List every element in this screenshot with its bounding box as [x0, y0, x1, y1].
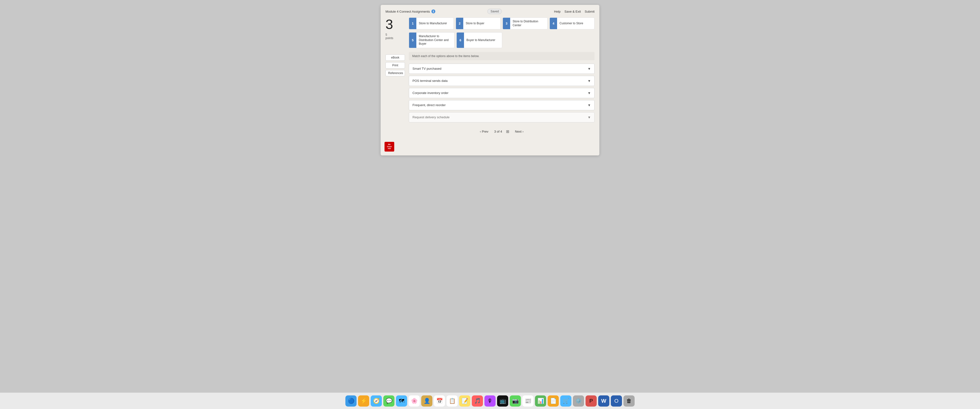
- total-pages: 4: [500, 130, 502, 133]
- podcasts-icon[interactable]: 🎙: [484, 395, 496, 407]
- appstore-icon[interactable]: 🛒: [560, 395, 571, 407]
- option-text-3: Store to Distribution Center: [510, 18, 547, 29]
- option-card-5: 5 Manufacturer to Distribution Center an…: [409, 32, 455, 48]
- option-card-3: 3 Store to Distribution Center: [503, 17, 547, 29]
- maps-icon[interactable]: 🗺: [396, 395, 407, 407]
- dropdown-label-4: Frequent, direct reorder: [412, 103, 446, 107]
- grid-icon[interactable]: ⊞: [506, 129, 509, 134]
- prev-button[interactable]: ‹ Prev: [478, 129, 490, 134]
- option-number-5: 5: [409, 33, 416, 48]
- options-grid-row2: 5 Manufacturer to Distribution Center an…: [409, 32, 595, 48]
- content-area: 3 5 points eBook Print References 1 Stor…: [385, 17, 595, 137]
- music-icon[interactable]: 🎵: [472, 395, 483, 407]
- left-panel: 3 5 points eBook Print References: [385, 17, 405, 137]
- top-actions: Help Save & Exit Submit: [554, 10, 595, 13]
- dropdown-frequent-reorder[interactable]: Frequent, direct reorder ▼: [409, 100, 595, 110]
- option-card-4: 4 Customer to Store: [550, 17, 595, 29]
- info-icon[interactable]: ℹ: [431, 10, 435, 13]
- ebook-button[interactable]: eBook: [385, 54, 405, 61]
- points-text: points: [385, 36, 393, 40]
- option-number-6: 6: [457, 33, 464, 48]
- messages-icon[interactable]: 💬: [383, 395, 395, 407]
- options-grid: 1 Store to Manufacturer 2 Store to Buyer…: [409, 17, 595, 29]
- dropdown-pos-terminal[interactable]: POS terminal sends data ▼: [409, 76, 595, 86]
- dropdown-smart-tv[interactable]: Smart TV purchased ▼: [409, 63, 595, 74]
- option-text-1: Store to Manufacturer: [416, 18, 449, 29]
- option-card-6: 6 Buyer to Manufacturer: [457, 32, 502, 48]
- pagination-bar: ‹ Prev 3 of 4 ⊞ Next ›: [409, 126, 595, 137]
- module-title-area: Module 4 Connect Assignments ℹ: [385, 10, 435, 13]
- option-number-3: 3: [503, 18, 510, 29]
- dropdown-arrow-1: ▼: [587, 67, 591, 71]
- current-page: 3: [494, 130, 496, 133]
- option-number-4: 4: [550, 18, 557, 29]
- module-title-text: Module 4 Connect Assignments: [385, 10, 430, 13]
- references-button[interactable]: References: [385, 70, 405, 76]
- mcgraw-hill-logo: Mc Graw Hill: [385, 142, 394, 152]
- prev-arrow-icon: ‹: [480, 130, 481, 133]
- next-button[interactable]: Next ›: [513, 129, 525, 134]
- calendar-icon[interactable]: 📅: [434, 395, 445, 407]
- of-label: of: [497, 130, 500, 133]
- dropdown-label-3: Corporate inventory order: [412, 91, 449, 95]
- powerpoint-icon[interactable]: P: [585, 395, 597, 407]
- dropdown-label-5: Request delivery schedule: [412, 116, 449, 119]
- page-info: 3 of 4: [494, 130, 502, 133]
- mac-dock: 🔵 ⚡ 🧭 💬 🗺 🌸 👤 📅 📋 📝 🎵 🎙 📺 📷 📰 📊 📄 🛒 ⚙️ P…: [0, 393, 980, 409]
- dropdown-label-2: POS terminal sends data: [412, 79, 448, 82]
- side-buttons: eBook Print References: [385, 54, 405, 76]
- option-number-2: 2: [456, 18, 463, 29]
- dropdown-arrow-5: ▼: [587, 116, 591, 119]
- dropdown-arrow-4: ▼: [587, 103, 591, 107]
- contacts-icon[interactable]: 👤: [421, 395, 433, 407]
- option-card-2: 2 Store to Buyer: [456, 17, 501, 29]
- points-value: 5: [385, 33, 387, 36]
- launchpad-icon[interactable]: ⚡: [358, 395, 369, 407]
- outlook-icon[interactable]: O: [611, 395, 622, 407]
- submit-button[interactable]: Submit: [585, 10, 595, 13]
- prev-label: Prev: [482, 130, 488, 133]
- help-button[interactable]: Help: [554, 10, 561, 13]
- dropdown-arrow-2: ▼: [587, 79, 591, 83]
- saved-badge: Saved: [487, 9, 502, 14]
- news-icon[interactable]: 📰: [522, 395, 533, 407]
- spacer: [504, 32, 595, 48]
- trash-icon[interactable]: 🗑: [624, 395, 635, 407]
- main-container: Module 4 Connect Assignments ℹ Saved Hel…: [380, 5, 599, 155]
- option-text-5: Manufacturer to Distribution Center and …: [416, 33, 454, 48]
- save-exit-button[interactable]: Save & Exit: [564, 10, 581, 13]
- dropdown-arrow-3: ▼: [587, 91, 591, 95]
- option-number-1: 1: [409, 18, 416, 29]
- option-text-4: Customer to Store: [557, 18, 585, 29]
- points-label: 5 points: [385, 33, 405, 40]
- next-arrow-icon: ›: [523, 130, 523, 133]
- notes-icon[interactable]: 📝: [459, 395, 470, 407]
- next-label: Next: [515, 130, 522, 133]
- settings-icon[interactable]: ⚙️: [573, 395, 584, 407]
- numbers-icon[interactable]: 📊: [535, 395, 546, 407]
- appletv-icon[interactable]: 📺: [497, 395, 508, 407]
- photos-icon[interactable]: 🌸: [409, 395, 420, 407]
- instruction-text: Match each of the options above to the i…: [409, 52, 595, 60]
- pages-icon[interactable]: 📄: [547, 395, 559, 407]
- print-button[interactable]: Print: [385, 62, 405, 68]
- reminders-icon[interactable]: 📋: [447, 395, 458, 407]
- question-number: 3: [385, 17, 405, 31]
- dropdown-corporate-inventory[interactable]: Corporate inventory order ▼: [409, 88, 595, 98]
- word-icon[interactable]: W: [598, 395, 609, 407]
- logo-line3: Hill: [388, 147, 391, 150]
- dropdown-label-1: Smart TV purchased: [412, 67, 441, 70]
- dropdown-request-delivery[interactable]: Request delivery schedule ▼: [409, 112, 595, 122]
- option-text-6: Buyer to Manufacturer: [464, 33, 498, 48]
- option-card-1: 1 Store to Manufacturer: [409, 17, 454, 29]
- right-panel: 1 Store to Manufacturer 2 Store to Buyer…: [409, 17, 595, 137]
- safari-icon[interactable]: 🧭: [371, 395, 382, 407]
- top-bar: Module 4 Connect Assignments ℹ Saved Hel…: [385, 9, 595, 14]
- finder-icon[interactable]: 🔵: [345, 395, 356, 407]
- option-text-2: Store to Buyer: [463, 18, 487, 29]
- facetime-icon[interactable]: 📷: [510, 395, 521, 407]
